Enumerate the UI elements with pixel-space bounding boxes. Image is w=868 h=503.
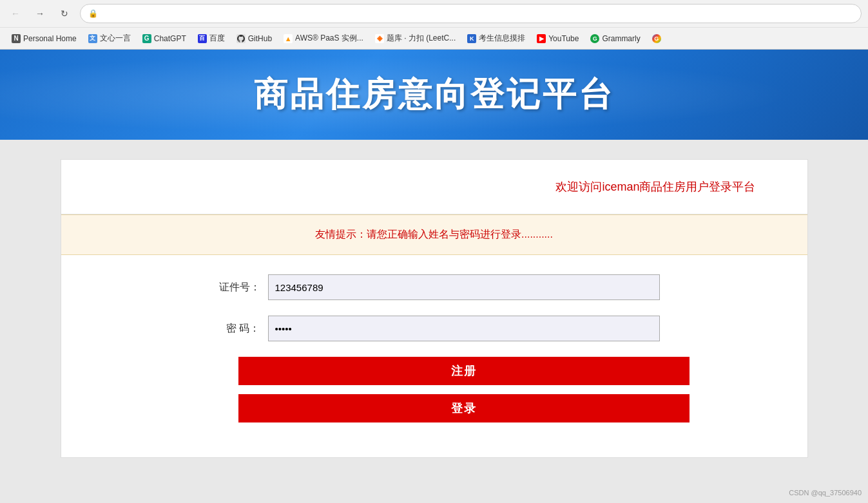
bookmark-icon-baidu: 百 — [198, 34, 207, 43]
bookmark-chatgpt[interactable]: G ChatGPT — [137, 32, 191, 45]
pwd-label: 密 码： — [209, 322, 260, 336]
login-btn-row: 登录 — [238, 394, 690, 422]
watermark: CSDN @qq_37506940 — [789, 489, 862, 497]
bookmark-youtube[interactable]: ▶ YouTube — [532, 32, 584, 45]
pwd-input[interactable] — [268, 316, 660, 341]
bookmark-label-chatgpt: ChatGPT — [154, 34, 186, 43]
bookmark-baidu[interactable]: 百 百度 — [193, 31, 230, 46]
welcome-text: 欢迎访问iceman商品住房用户登录平台 — [74, 179, 756, 195]
bookmark-icon-grammarly: G — [590, 34, 599, 43]
browser-chrome: ← → ↻ 🔒 localhost:8080/selectHouse_war/l… — [0, 0, 868, 50]
bookmark-icon-chatgpt: G — [142, 34, 151, 43]
hint-text: 友情提示：请您正确输入姓名与密码进行登录........... — [113, 228, 756, 242]
bookmark-icon-aws: ▲ — [284, 34, 293, 43]
bookmark-icon-youtube: ▶ — [537, 34, 546, 43]
id-form-row: 证件号： — [209, 274, 660, 300]
bookmark-kaoshi[interactable]: K 考生信息摸排 — [462, 31, 530, 46]
address-bar[interactable]: 🔒 localhost:8080/selectHouse_war/login.j… — [80, 4, 862, 23]
hint-section: 友情提示：请您正确输入姓名与密码进行登录........... — [61, 214, 807, 255]
bookmark-icon-leetcode: ◈ — [375, 34, 384, 43]
id-input[interactable] — [268, 274, 660, 300]
bookmark-personal-home[interactable]: N Personal Home — [6, 32, 82, 45]
hint-box: 友情提示：请您正确输入姓名与密码进行登录........... — [61, 214, 807, 255]
bookmark-label-wenxin: 文心一言 — [100, 33, 131, 44]
main-content-card: 欢迎访问iceman商品住房用户登录平台 友情提示：请您正确输入姓名与密码进行登… — [61, 159, 808, 458]
bookmark-label-kaoshi: 考生信息摸排 — [479, 33, 525, 44]
bookmark-icon-wenxin: 文 — [88, 34, 97, 43]
bookmark-google[interactable]: G — [647, 32, 666, 45]
bookmark-wenxin[interactable]: 文 文心一言 — [83, 31, 136, 46]
form-section: 证件号： 密 码： 注册 登录 — [61, 255, 807, 457]
bookmark-icon-github — [236, 34, 246, 43]
bookmark-icon-google: G — [652, 34, 661, 43]
bookmark-label-personal-home: Personal Home — [23, 34, 77, 43]
bookmark-icon-personal-home: N — [12, 34, 21, 43]
bookmark-icon-kaoshi: K — [467, 34, 476, 43]
site-title: 商品住房意向登记平台 — [254, 72, 615, 117]
login-button[interactable]: 登录 — [238, 394, 690, 422]
bookmark-label-baidu: 百度 — [209, 33, 225, 44]
bookmarks-bar: N Personal Home 文 文心一言 G ChatGPT 百 百度 Gi… — [0, 27, 868, 49]
reload-button[interactable]: ↻ — [55, 5, 73, 23]
register-btn-row: 注册 — [238, 357, 690, 385]
forward-button[interactable]: → — [31, 5, 49, 23]
bookmark-label-aws: AWS® PaaS 实例... — [295, 33, 363, 44]
back-button[interactable]: ← — [6, 5, 24, 23]
page-content: 商品住房意向登记平台 欢迎访问iceman商品住房用户登录平台 友情提示：请您正… — [0, 50, 868, 500]
bookmark-label-leetcode: 题库 · 力扣 (LeetC... — [387, 33, 456, 44]
bookmark-aws[interactable]: ▲ AWS® PaaS 实例... — [278, 31, 369, 46]
titlebar: ← → ↻ 🔒 localhost:8080/selectHouse_war/l… — [0, 0, 868, 27]
bookmark-github[interactable]: GitHub — [231, 32, 277, 45]
bookmark-grammarly[interactable]: G Grammarly — [585, 32, 645, 45]
bookmark-leetcode[interactable]: ◈ 题库 · 力扣 (LeetC... — [370, 31, 461, 46]
pwd-form-row: 密 码： — [209, 316, 660, 341]
url-input[interactable]: localhost:8080/selectHouse_war/login.jsp — [102, 9, 853, 19]
bookmark-label-youtube: YouTube — [548, 34, 579, 43]
register-button[interactable]: 注册 — [238, 357, 690, 385]
bookmark-label-github: GitHub — [248, 34, 272, 43]
lock-icon: 🔒 — [88, 9, 98, 18]
welcome-section: 欢迎访问iceman商品住房用户登录平台 — [61, 160, 807, 214]
id-label: 证件号： — [209, 281, 260, 294]
site-header: 商品住房意向登记平台 — [0, 50, 868, 140]
bookmark-label-grammarly: Grammarly — [602, 34, 640, 43]
